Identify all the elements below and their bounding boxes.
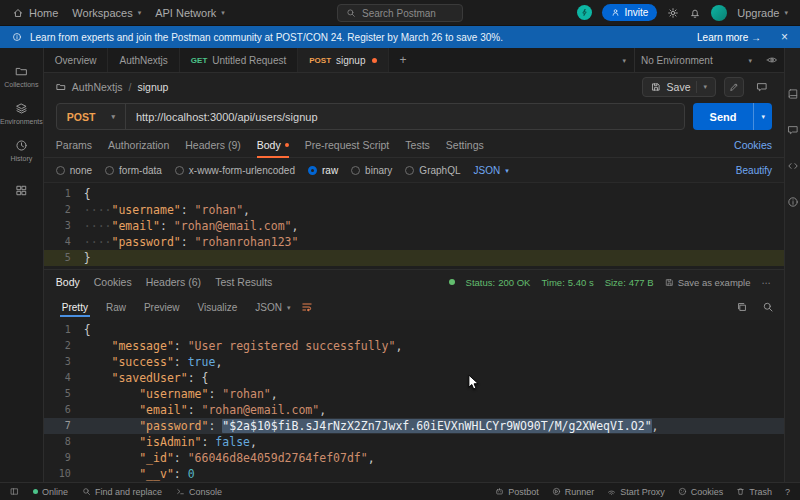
sync-icon[interactable] — [577, 5, 592, 20]
api-network-menu[interactable]: API Network ▾ — [155, 7, 225, 19]
response-tab-body[interactable]: Body — [56, 276, 80, 288]
body-type-graphql[interactable]: GraphQL — [405, 165, 460, 176]
response-tab-headers[interactable]: Headers (6) — [146, 276, 201, 288]
upgrade-button[interactable]: Upgrade ▾ — [737, 7, 788, 19]
breadcrumb-workspace[interactable]: AuthNextjs — [72, 81, 123, 93]
notifications-bell-icon[interactable] — [689, 7, 701, 19]
search-input[interactable]: Search Postman — [337, 4, 463, 22]
save-as-example-button[interactable]: Save as example — [665, 277, 751, 288]
body-type-urlencoded[interactable]: x-www-form-urlencoded — [175, 165, 295, 176]
response-language-selector[interactable]: JSON ▾ — [255, 302, 290, 313]
code-line: 4····"password": "rohanrohan123" — [44, 234, 784, 250]
tab-overview[interactable]: Overview — [44, 48, 109, 72]
sidebar-item-collections[interactable]: Collections — [0, 60, 43, 93]
comments-icon[interactable] — [787, 124, 799, 136]
code-line: 3 "success": true, — [44, 354, 784, 370]
settings-gear-icon[interactable] — [667, 7, 679, 19]
tab-overflow-chevron-icon[interactable]: ▾ — [622, 57, 626, 64]
workspaces-menu[interactable]: Workspaces ▾ — [72, 7, 141, 19]
info-icon[interactable] — [787, 196, 799, 208]
response-header: Body Cookies Headers (6) Test Results St… — [44, 269, 784, 294]
save-button[interactable]: Save ▾ — [642, 77, 716, 97]
body-type-binary[interactable]: binary — [351, 165, 392, 176]
request-tabs: Params Authorization Headers (9) Body Pr… — [44, 133, 784, 158]
view-preview[interactable]: Preview — [136, 298, 188, 317]
avatar[interactable] — [711, 5, 727, 21]
save-options-chevron-icon[interactable]: ▾ — [703, 83, 707, 90]
tab-authnextjs[interactable]: AuthNextjs — [108, 48, 179, 72]
body-type-none[interactable]: none — [56, 165, 92, 176]
chevron-down-icon: ▾ — [505, 167, 509, 174]
edit-pencil-button[interactable] — [724, 77, 744, 97]
console-button[interactable]: Console — [176, 487, 222, 497]
content-panel: Overview AuthNextjs GET Untitled Request… — [44, 48, 784, 482]
save-floppy-icon — [651, 82, 661, 92]
sidebar-item-environments[interactable]: Environments — [0, 97, 43, 130]
cookies-button[interactable]: Cookies — [678, 487, 724, 497]
status-bar: Online Find and replace Console Postbot … — [0, 482, 800, 500]
send-button[interactable]: Send ▾ — [693, 103, 772, 130]
environment-selector[interactable]: No Environment ▾ — [634, 48, 758, 72]
tab-untitled-request[interactable]: GET Untitled Request — [180, 48, 298, 72]
help-button[interactable]: ? — [785, 487, 790, 497]
view-raw[interactable]: Raw — [98, 298, 134, 317]
line-text: ····"password": "rohanrohan123" — [84, 234, 299, 250]
beautify-link[interactable]: Beautify — [736, 165, 772, 176]
more-options-icon[interactable]: ⋯ — [762, 277, 773, 288]
raw-language-selector[interactable]: JSON ▾ — [474, 165, 509, 176]
code-line: 3····"email": "rohan@email.com", — [44, 218, 784, 234]
cookie-icon — [678, 487, 687, 496]
start-proxy-button[interactable]: Start Proxy — [607, 487, 665, 497]
tab-headers[interactable]: Headers (9) — [185, 133, 240, 157]
runner-icon — [552, 487, 561, 496]
tab-pre-request-script[interactable]: Pre-request Script — [305, 133, 390, 157]
wrap-text-icon[interactable] — [301, 301, 313, 313]
code-snippet-icon[interactable] — [787, 160, 799, 172]
url-input[interactable]: http://localhost:3000/api/users/signup — [126, 104, 684, 129]
search-icon[interactable] — [762, 301, 774, 313]
find-and-replace-button[interactable]: Find and replace — [82, 487, 162, 497]
request-body-editor[interactable]: 1{2····"username": "rohan",3····"email":… — [44, 182, 784, 269]
line-number: 8 — [44, 434, 84, 450]
line-text: "username": "rohan", — [84, 386, 278, 402]
sidebar-item-more[interactable] — [0, 179, 43, 202]
line-number: 7 — [44, 418, 84, 434]
postbot-button[interactable]: Postbot — [495, 487, 539, 497]
tab-settings[interactable]: Settings — [446, 133, 484, 157]
response-tab-cookies[interactable]: Cookies — [94, 276, 132, 288]
body-content-dot — [285, 143, 289, 147]
learn-more-link[interactable]: Learn more → — [697, 32, 761, 43]
trash-button[interactable]: Trash — [736, 487, 772, 497]
sidebar-item-history[interactable]: History — [0, 134, 43, 167]
line-text: ····"email": "rohan@email.com", — [84, 218, 299, 234]
runner-button[interactable]: Runner — [552, 487, 595, 497]
body-type-raw[interactable]: raw — [308, 165, 338, 176]
response-body-editor[interactable]: 1{2 "message": "User registered successf… — [44, 320, 784, 482]
body-type-form-data[interactable]: form-data — [105, 165, 162, 176]
comments-button[interactable] — [752, 77, 772, 97]
line-text: "message": "User registered successfully… — [84, 338, 403, 354]
home-nav[interactable]: Home — [12, 7, 58, 19]
tab-authorization[interactable]: Authorization — [108, 133, 169, 157]
line-number: 5 — [44, 250, 84, 266]
add-tab-button[interactable]: + — [389, 48, 416, 72]
online-status[interactable]: Online — [33, 487, 68, 497]
send-options-chevron-icon[interactable]: ▾ — [753, 103, 772, 130]
banner-close-icon[interactable]: × — [781, 30, 788, 44]
tab-body[interactable]: Body — [257, 133, 289, 157]
panel-toggle-icon[interactable] — [10, 487, 19, 496]
method-selector[interactable]: POST ▾ — [57, 104, 126, 129]
cookies-link[interactable]: Cookies — [734, 139, 772, 151]
line-text: "savedUser": { — [84, 370, 209, 386]
size-badge: Size:477 B — [605, 277, 654, 288]
invite-button[interactable]: Invite — [602, 4, 657, 21]
tab-signup[interactable]: POST signup — [298, 48, 389, 72]
tab-tests[interactable]: Tests — [405, 133, 430, 157]
documentation-icon[interactable] — [787, 88, 799, 100]
tab-params[interactable]: Params — [56, 133, 92, 157]
view-visualize[interactable]: Visualize — [190, 298, 246, 317]
copy-icon[interactable] — [736, 301, 748, 313]
response-tab-test-results[interactable]: Test Results — [215, 276, 272, 288]
environment-quick-look-icon[interactable] — [766, 54, 778, 66]
view-pretty[interactable]: Pretty — [54, 298, 96, 317]
